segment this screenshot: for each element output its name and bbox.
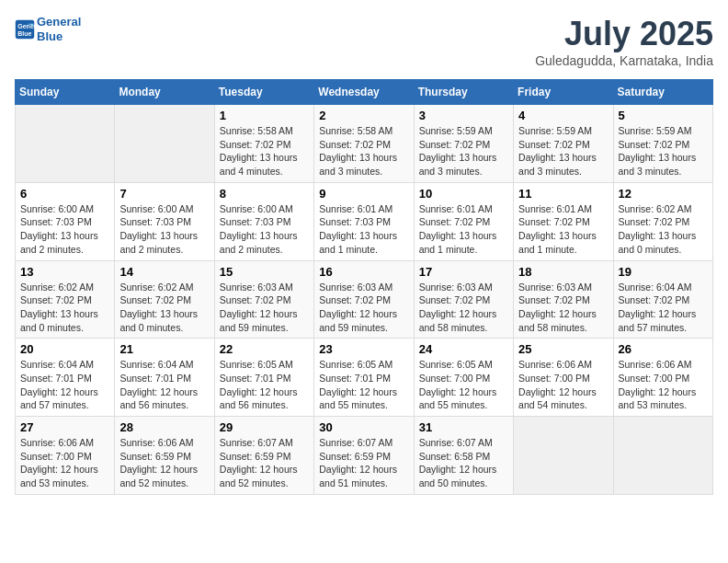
calendar-cell (613, 417, 712, 495)
calendar-cell: 9Sunrise: 6:01 AM Sunset: 7:03 PM Daylig… (314, 182, 414, 260)
day-number: 18 (518, 265, 608, 279)
day-info: Sunrise: 5:59 AM Sunset: 7:02 PM Dayligh… (619, 124, 708, 178)
day-number: 26 (619, 342, 708, 356)
day-number: 19 (619, 265, 708, 279)
day-info: Sunrise: 6:03 AM Sunset: 7:02 PM Dayligh… (319, 281, 408, 335)
day-info: Sunrise: 6:05 AM Sunset: 7:00 PM Dayligh… (419, 358, 508, 412)
day-info: Sunrise: 6:04 AM Sunset: 7:02 PM Dayligh… (619, 281, 708, 335)
calendar-cell: 3Sunrise: 5:59 AM Sunset: 7:02 PM Daylig… (414, 105, 513, 183)
day-number: 29 (220, 420, 309, 434)
calendar-cell: 31Sunrise: 6:07 AM Sunset: 6:58 PM Dayli… (414, 417, 513, 495)
day-number: 2 (319, 109, 408, 122)
calendar-cell: 2Sunrise: 5:58 AM Sunset: 7:02 PM Daylig… (314, 105, 414, 183)
day-number: 24 (419, 342, 508, 356)
day-info: Sunrise: 6:02 AM Sunset: 7:02 PM Dayligh… (619, 202, 708, 257)
day-number: 31 (419, 420, 508, 434)
day-info: Sunrise: 5:58 AM Sunset: 7:02 PM Dayligh… (220, 124, 309, 178)
calendar-cell: 6Sunrise: 6:00 AM Sunset: 7:03 PM Daylig… (16, 182, 115, 260)
calendar-week-row: 27Sunrise: 6:06 AM Sunset: 7:00 PM Dayli… (16, 417, 713, 495)
day-number: 7 (119, 187, 209, 201)
calendar-header-row: SundayMondayTuesdayWednesdayThursdayFrid… (16, 80, 713, 105)
day-info: Sunrise: 5:58 AM Sunset: 7:02 PM Dayligh… (319, 124, 408, 178)
calendar-cell: 27Sunrise: 6:06 AM Sunset: 7:00 PM Dayli… (16, 417, 115, 495)
day-number: 25 (518, 342, 608, 356)
day-number: 14 (119, 265, 209, 279)
calendar-cell: 10Sunrise: 6:01 AM Sunset: 7:02 PM Dayli… (414, 182, 513, 260)
day-info: Sunrise: 6:00 AM Sunset: 7:03 PM Dayligh… (119, 202, 209, 257)
day-number: 11 (518, 187, 608, 201)
day-number: 21 (119, 342, 209, 356)
calendar-cell: 1Sunrise: 5:58 AM Sunset: 7:02 PM Daylig… (214, 105, 313, 183)
header-sunday: Sunday (16, 80, 115, 105)
day-info: Sunrise: 6:00 AM Sunset: 7:03 PM Dayligh… (20, 202, 109, 257)
day-number: 5 (619, 109, 708, 122)
day-number: 23 (319, 342, 408, 356)
day-number: 10 (419, 187, 508, 201)
day-info: Sunrise: 6:01 AM Sunset: 7:02 PM Dayligh… (518, 202, 608, 257)
header-monday: Monday (115, 80, 214, 105)
calendar-cell: 16Sunrise: 6:03 AM Sunset: 7:02 PM Dayli… (314, 260, 414, 339)
calendar-cell: 21Sunrise: 6:04 AM Sunset: 7:01 PM Dayli… (115, 339, 214, 417)
title-area: July 2025 Guledagudda, Karnataka, India (535, 15, 713, 68)
page-header: General Blue General Blue July 2025 Gule… (15, 15, 713, 68)
day-info: Sunrise: 6:03 AM Sunset: 7:02 PM Dayligh… (518, 281, 608, 335)
header-friday: Friday (514, 80, 613, 105)
calendar-week-row: 6Sunrise: 6:00 AM Sunset: 7:03 PM Daylig… (16, 182, 713, 260)
day-number: 15 (220, 265, 309, 279)
header-wednesday: Wednesday (314, 80, 414, 105)
svg-text:Blue: Blue (17, 30, 31, 37)
day-info: Sunrise: 6:06 AM Sunset: 7:00 PM Dayligh… (619, 358, 708, 412)
calendar-cell: 26Sunrise: 6:06 AM Sunset: 7:00 PM Dayli… (613, 339, 712, 417)
subtitle: Guledagudda, Karnataka, India (535, 53, 713, 68)
calendar-cell: 7Sunrise: 6:00 AM Sunset: 7:03 PM Daylig… (115, 182, 214, 260)
day-number: 1 (220, 109, 309, 122)
day-info: Sunrise: 6:04 AM Sunset: 7:01 PM Dayligh… (119, 358, 209, 412)
day-info: Sunrise: 6:06 AM Sunset: 6:59 PM Dayligh… (119, 436, 209, 490)
logo-icon: General Blue (15, 19, 35, 40)
day-number: 4 (518, 109, 608, 122)
calendar-cell (514, 417, 613, 495)
day-info: Sunrise: 6:00 AM Sunset: 7:03 PM Dayligh… (220, 202, 309, 257)
day-info: Sunrise: 6:07 AM Sunset: 6:58 PM Dayligh… (419, 436, 508, 490)
day-number: 12 (619, 187, 708, 201)
day-info: Sunrise: 6:07 AM Sunset: 6:59 PM Dayligh… (220, 436, 309, 490)
calendar-cell: 12Sunrise: 6:02 AM Sunset: 7:02 PM Dayli… (613, 182, 712, 260)
calendar-cell: 5Sunrise: 5:59 AM Sunset: 7:02 PM Daylig… (613, 105, 712, 183)
day-number: 17 (419, 265, 508, 279)
calendar-week-row: 1Sunrise: 5:58 AM Sunset: 7:02 PM Daylig… (16, 105, 713, 183)
day-number: 27 (20, 420, 109, 434)
day-info: Sunrise: 6:05 AM Sunset: 7:01 PM Dayligh… (220, 358, 309, 412)
day-info: Sunrise: 6:02 AM Sunset: 7:02 PM Dayligh… (119, 281, 209, 335)
calendar-table: SundayMondayTuesdayWednesdayThursdayFrid… (15, 79, 713, 495)
day-info: Sunrise: 6:06 AM Sunset: 7:00 PM Dayligh… (518, 358, 608, 412)
day-number: 28 (119, 420, 209, 434)
calendar-cell: 29Sunrise: 6:07 AM Sunset: 6:59 PM Dayli… (214, 417, 313, 495)
day-info: Sunrise: 6:04 AM Sunset: 7:01 PM Dayligh… (20, 358, 109, 412)
calendar-cell: 11Sunrise: 6:01 AM Sunset: 7:02 PM Dayli… (514, 182, 613, 260)
header-thursday: Thursday (414, 80, 513, 105)
day-number: 6 (20, 187, 109, 201)
day-info: Sunrise: 6:01 AM Sunset: 7:03 PM Dayligh… (319, 202, 408, 257)
calendar-cell: 17Sunrise: 6:03 AM Sunset: 7:02 PM Dayli… (414, 260, 513, 339)
calendar-week-row: 13Sunrise: 6:02 AM Sunset: 7:02 PM Dayli… (16, 260, 713, 339)
day-info: Sunrise: 6:03 AM Sunset: 7:02 PM Dayligh… (419, 281, 508, 335)
calendar-cell: 25Sunrise: 6:06 AM Sunset: 7:00 PM Dayli… (514, 339, 613, 417)
calendar-cell: 19Sunrise: 6:04 AM Sunset: 7:02 PM Dayli… (613, 260, 712, 339)
day-info: Sunrise: 5:59 AM Sunset: 7:02 PM Dayligh… (518, 124, 608, 178)
day-number: 16 (319, 265, 408, 279)
day-info: Sunrise: 5:59 AM Sunset: 7:02 PM Dayligh… (419, 124, 508, 178)
day-number: 20 (20, 342, 109, 356)
calendar-cell (16, 105, 115, 183)
day-info: Sunrise: 6:05 AM Sunset: 7:01 PM Dayligh… (319, 358, 408, 412)
day-number: 22 (220, 342, 309, 356)
calendar-cell: 14Sunrise: 6:02 AM Sunset: 7:02 PM Dayli… (115, 260, 214, 339)
header-tuesday: Tuesday (214, 80, 313, 105)
calendar-cell: 28Sunrise: 6:06 AM Sunset: 6:59 PM Dayli… (115, 417, 214, 495)
calendar-cell: 23Sunrise: 6:05 AM Sunset: 7:01 PM Dayli… (314, 339, 414, 417)
day-number: 8 (220, 187, 309, 201)
day-number: 9 (319, 187, 408, 201)
calendar-cell: 22Sunrise: 6:05 AM Sunset: 7:01 PM Dayli… (214, 339, 313, 417)
calendar-cell: 13Sunrise: 6:02 AM Sunset: 7:02 PM Dayli… (16, 260, 115, 339)
logo: General Blue General Blue (15, 15, 81, 43)
day-info: Sunrise: 6:02 AM Sunset: 7:02 PM Dayligh… (20, 281, 109, 335)
